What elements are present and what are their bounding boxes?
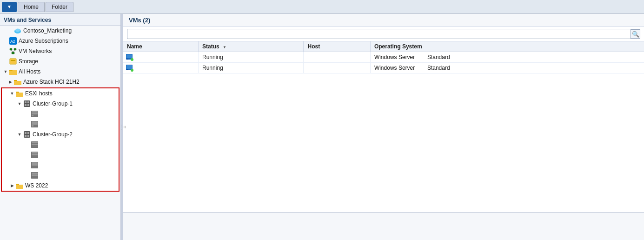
svg-rect-16 [25, 101, 27, 103]
table-header-row: Name Status ▼ Host Operating System [123, 41, 644, 52]
svg-rect-27 [32, 125, 33, 127]
expand-arrow [9, 91, 15, 96]
svg-rect-19 [27, 104, 29, 106]
sidebar-item-host-2a[interactable] [2, 140, 119, 150]
esxi-hosts-group: ESXi hosts Cluster-Group-1 [1, 87, 120, 192]
col-status[interactable]: Status ▼ [199, 41, 304, 52]
sidebar-item-label: All Hosts [19, 68, 40, 75]
top-bar: ▼ Home Folder [0, 0, 644, 14]
sidebar-content[interactable]: Contoso_Marketing Az Azure Subscriptions [0, 26, 120, 240]
sidebar-item-all-hosts[interactable]: All Hosts [0, 67, 120, 77]
svg-rect-11 [10, 59, 16, 64]
azure-icon: Az [9, 37, 17, 45]
svg-text:Az: Az [10, 39, 15, 44]
sidebar-item-host-2d[interactable] [2, 170, 119, 180]
expand-arrow [3, 69, 8, 74]
cloud-icon [14, 27, 21, 34]
host-icon [31, 151, 38, 159]
expand-arrow [24, 121, 30, 127]
sidebar-item-contoso-marketing[interactable]: Contoso_Marketing [0, 26, 120, 36]
vm-icon [126, 64, 133, 72]
svg-point-3 [15, 29, 20, 32]
col-name[interactable]: Name [123, 41, 199, 52]
svg-rect-23 [32, 115, 33, 116]
svg-rect-46 [126, 54, 132, 58]
sidebar-item-label: Azure Stack HCI 21H2 [23, 79, 80, 85]
sidebar-item-label: Cluster-Group-1 [33, 100, 73, 107]
search-icon[interactable]: 🔍 [631, 29, 640, 39]
folder-yellow-icon [16, 90, 23, 97]
sidebar-item-host-1b[interactable] [2, 119, 119, 129]
search-input[interactable] [127, 29, 631, 39]
folder-icon [14, 78, 21, 86]
vm-status-cell: Running [199, 63, 304, 73]
svg-rect-30 [27, 132, 29, 134]
svg-line-9 [11, 50, 13, 52]
svg-rect-43 [32, 173, 38, 174]
expand-arrow [24, 152, 30, 158]
table-row[interactable]: Running Windows Server Standard [123, 63, 644, 73]
svg-rect-40 [32, 162, 38, 164]
svg-rect-50 [126, 65, 132, 69]
sidebar-item-esxi-hosts[interactable]: ESXi hosts [2, 88, 119, 99]
sidebar-item-label: Cluster-Group-2 [33, 131, 73, 138]
svg-rect-31 [25, 135, 27, 137]
sidebar-item-azure-subscriptions[interactable]: Az Azure Subscriptions [0, 36, 120, 46]
folder-yellow-icon [16, 182, 23, 189]
svg-rect-21 [32, 111, 38, 113]
svg-rect-25 [32, 121, 38, 123]
bottom-panel [123, 212, 644, 240]
sidebar-item-label: Contoso_Marketing [23, 27, 72, 34]
main-content: VMs (2) 🔍 Name Status ▼ [123, 14, 644, 240]
expand-arrow [3, 38, 8, 44]
content-header: VMs (2) [123, 14, 644, 27]
sidebar-item-host-2b[interactable] [2, 150, 119, 160]
svg-rect-6 [10, 48, 12, 50]
folder-icon [9, 68, 17, 75]
svg-rect-47 [126, 59, 128, 60]
svg-rect-7 [14, 48, 16, 50]
sidebar-item-cluster-group-2[interactable]: Cluster-Group-2 [2, 129, 119, 140]
sidebar-item-vm-networks[interactable]: VM Networks [0, 46, 120, 56]
vm-os-cell: Windows Server Standard [370, 63, 644, 73]
vm-data-table: Name Status ▼ Host Operating System [123, 41, 644, 73]
table-row[interactable]: Running Windows Server Standard [123, 52, 644, 63]
sidebar-item-host-1a[interactable] [2, 109, 119, 119]
col-os[interactable]: Operating System [370, 41, 644, 52]
expand-arrow [24, 111, 30, 117]
sidebar-header: VMs and Services [0, 14, 120, 26]
sidebar-item-storage[interactable]: Storage [0, 56, 120, 67]
col-host[interactable]: Host [304, 41, 370, 52]
svg-rect-8 [12, 52, 14, 54]
svg-rect-38 [32, 154, 38, 155]
svg-rect-34 [32, 142, 38, 143]
vm-table[interactable]: Name Status ▼ Host Operating System [123, 41, 644, 212]
main-layout: VMs and Services Contoso_Marketing [0, 14, 644, 240]
tab-home[interactable]: Home [18, 2, 45, 12]
app-logo[interactable]: ▼ [2, 2, 17, 12]
svg-rect-35 [32, 144, 38, 145]
vm-status-cell: Running [199, 52, 304, 63]
sidebar-item-label: VM Networks [19, 48, 52, 54]
expand-arrow [24, 142, 30, 147]
sidebar-item-host-2c[interactable] [2, 160, 119, 170]
expand-arrow [17, 132, 22, 137]
svg-rect-51 [126, 69, 128, 70]
svg-rect-29 [25, 132, 27, 134]
vm-name-cell [123, 63, 199, 73]
sidebar-item-azure-stack-hci[interactable]: Azure Stack HCI 21H2 [0, 77, 120, 87]
sidebar-item-label: WS 2022 [25, 182, 48, 189]
svg-rect-22 [32, 113, 38, 114]
tab-folder[interactable]: Folder [46, 2, 73, 12]
network-icon [9, 47, 17, 55]
host-icon [31, 161, 38, 169]
svg-rect-44 [32, 174, 38, 176]
storage-icon [9, 58, 17, 65]
svg-point-48 [131, 58, 133, 61]
vm-host-cell [304, 63, 370, 73]
sidebar: VMs and Services Contoso_Marketing [0, 14, 121, 240]
expand-arrow [3, 59, 8, 64]
expand-arrow [9, 183, 15, 188]
sidebar-item-cluster-group-1[interactable]: Cluster-Group-1 [2, 99, 119, 109]
sidebar-item-ws-2022[interactable]: WS 2022 [2, 180, 119, 191]
